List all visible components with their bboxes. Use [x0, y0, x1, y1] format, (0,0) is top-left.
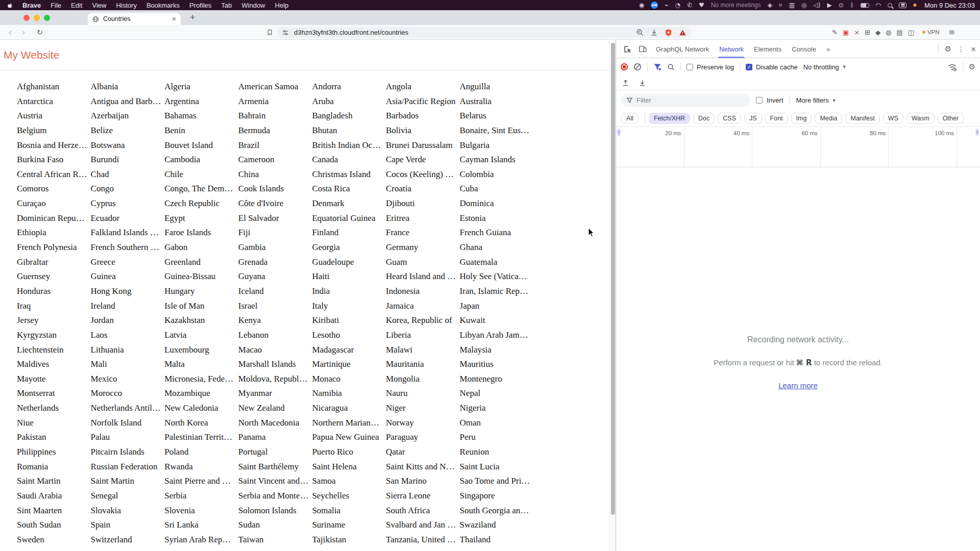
- resource-type-chip[interactable]: Font: [765, 113, 788, 124]
- zoom-app-icon[interactable]: zm: [651, 2, 658, 9]
- devtools-more-menu-icon[interactable]: ⋮: [958, 45, 965, 53]
- pencil-extension-icon[interactable]: ✎: [832, 29, 838, 36]
- meeting-status-text[interactable]: No more meetings: [711, 2, 761, 8]
- tab-close-icon[interactable]: ×: [172, 15, 176, 22]
- bookmark-icon[interactable]: [266, 25, 273, 39]
- resource-type-chip[interactable]: Fetch/XHR: [649, 113, 690, 124]
- account-icon[interactable]: ⊙: [839, 2, 844, 8]
- sidebar-extension-icon[interactable]: ◫: [908, 29, 914, 36]
- inspect-element-icon[interactable]: [620, 42, 634, 56]
- devtools-tab[interactable]: Elements: [749, 40, 787, 58]
- timeline-right-handle[interactable]: I: [975, 129, 979, 136]
- record-network-log-button[interactable]: [621, 63, 628, 70]
- timeline-left-handle[interactable]: I: [617, 129, 621, 136]
- network-filter-icon[interactable]: [653, 63, 662, 71]
- devtools-tab[interactable]: GraphQL Network: [651, 40, 714, 58]
- browser-tab[interactable]: Countries ×: [88, 13, 181, 25]
- fullscreen-window-button[interactable]: [44, 15, 50, 21]
- export-har-icon[interactable]: [639, 79, 646, 87]
- close-window-button[interactable]: [23, 15, 30, 21]
- bell-extension-icon[interactable]: ◍: [886, 29, 891, 36]
- device-toolbar-icon[interactable]: [635, 42, 650, 56]
- invert-label[interactable]: Invert: [767, 96, 783, 104]
- zoom-page-icon[interactable]: [636, 29, 644, 36]
- download-icon[interactable]: [650, 29, 658, 36]
- resource-type-chip[interactable]: WS: [883, 113, 903, 124]
- devtools-close-icon[interactable]: ×: [971, 45, 976, 54]
- wallet-extension-icon[interactable]: ▣: [843, 29, 849, 36]
- gem-extension-icon[interactable]: ◆: [875, 29, 880, 36]
- menu-item[interactable]: Help: [275, 2, 289, 9]
- resource-type-chip[interactable]: Media: [815, 113, 842, 124]
- menu-item[interactable]: Brave: [22, 2, 41, 9]
- url-text[interactable]: d3hzn3tyfnt3th.cloudfront.net/countries: [294, 29, 632, 36]
- apple-logo-icon[interactable]: [6, 2, 13, 9]
- more-filters-button[interactable]: More filters ▼: [796, 96, 837, 104]
- shortcut-icon[interactable]: ◈: [768, 2, 772, 8]
- menu-item[interactable]: Window: [241, 2, 265, 9]
- tuning-icon[interactable]: ⌁: [665, 2, 668, 8]
- preserve-log-checkbox[interactable]: [687, 64, 693, 70]
- filter-input[interactable]: Filter: [621, 94, 750, 107]
- menu-item[interactable]: File: [51, 2, 61, 9]
- site-settings-icon[interactable]: [282, 29, 289, 36]
- devtools-settings-icon[interactable]: ⚙: [945, 45, 951, 53]
- menu-item[interactable]: Tab: [221, 2, 232, 9]
- bluetooth-icon[interactable]: ᛒ: [850, 2, 854, 8]
- volume-icon[interactable]: ◁): [814, 2, 821, 8]
- learn-more-link[interactable]: Learn more: [778, 381, 818, 390]
- new-tab-button[interactable]: +: [190, 12, 195, 23]
- forward-button[interactable]: ›: [21, 25, 26, 39]
- resource-type-chip[interactable]: Doc: [693, 113, 715, 124]
- menu-item[interactable]: Bookmarks: [146, 2, 180, 9]
- heart-icon[interactable]: ♥: [699, 2, 704, 8]
- clear-network-log-icon[interactable]: [633, 63, 642, 71]
- network-search-icon[interactable]: [667, 63, 675, 71]
- back-button[interactable]: ‹: [8, 25, 12, 39]
- menubar-clock[interactable]: Mon 9 Dec 23:03: [924, 2, 975, 9]
- network-conditions-icon[interactable]: [947, 63, 957, 71]
- notification-dot[interactable]: ●: [913, 3, 917, 7]
- wifi-icon[interactable]: ◠: [876, 2, 881, 9]
- disable-cache-label[interactable]: Disable cache: [756, 63, 798, 71]
- browser-menu-icon[interactable]: ≡: [949, 28, 955, 37]
- vpn-button[interactable]: VPN: [922, 29, 940, 35]
- more-tabs-icon[interactable]: »: [822, 45, 833, 53]
- reload-button[interactable]: ↻: [37, 25, 43, 39]
- dismiss-extension-icon[interactable]: ×: [854, 29, 860, 36]
- address-bar[interactable]: d3hzn3tyfnt3th.cloudfront.net/countries: [277, 27, 692, 38]
- resource-type-chip[interactable]: Other: [938, 113, 964, 124]
- menu-item[interactable]: Edit: [71, 2, 82, 9]
- resource-type-chip[interactable]: Manifest: [845, 113, 879, 124]
- preserve-log-label[interactable]: Preserve log: [697, 63, 734, 71]
- record-stop-icon[interactable]: ◉: [639, 2, 644, 8]
- resource-type-chip[interactable]: Img: [791, 113, 812, 124]
- resource-type-chip[interactable]: CSS: [718, 113, 741, 124]
- minimize-window-button[interactable]: [34, 15, 40, 21]
- network-settings-icon[interactable]: ⚙: [969, 63, 975, 71]
- brave-shield-icon[interactable]: [665, 29, 672, 37]
- phone-app-icon[interactable]: ✆: [687, 2, 692, 8]
- play-icon[interactable]: ▶: [827, 2, 832, 8]
- disable-cache-checkbox[interactable]: [746, 64, 752, 70]
- devtools-tab[interactable]: Network: [714, 40, 749, 58]
- spotlight-search-icon[interactable]: [888, 3, 892, 8]
- grid-extension-icon[interactable]: ⊞: [865, 29, 870, 36]
- import-har-icon[interactable]: [622, 79, 629, 87]
- warning-icon[interactable]: [679, 29, 687, 36]
- battery-icon[interactable]: ⚡: [861, 3, 869, 8]
- archive-extension-icon[interactable]: ▤: [896, 29, 902, 36]
- stage-manager-icon[interactable]: ▥: [789, 2, 795, 8]
- screen-time-icon[interactable]: ◔: [675, 2, 680, 8]
- resource-type-chip[interactable]: Wasm: [906, 113, 935, 124]
- page-scrollbar-thumb[interactable]: [611, 43, 615, 515]
- control-center-icon[interactable]: [899, 3, 906, 8]
- throttling-select[interactable]: No throttling ▼: [803, 63, 847, 71]
- pin-icon[interactable]: ⌗: [779, 2, 782, 8]
- menu-item[interactable]: History: [116, 2, 136, 9]
- invert-checkbox[interactable]: [756, 97, 763, 104]
- resource-type-chip[interactable]: JS: [744, 113, 762, 124]
- devtools-tab[interactable]: Console: [787, 40, 821, 58]
- menu-item[interactable]: View: [92, 2, 107, 9]
- menu-item[interactable]: Profiles: [189, 2, 211, 9]
